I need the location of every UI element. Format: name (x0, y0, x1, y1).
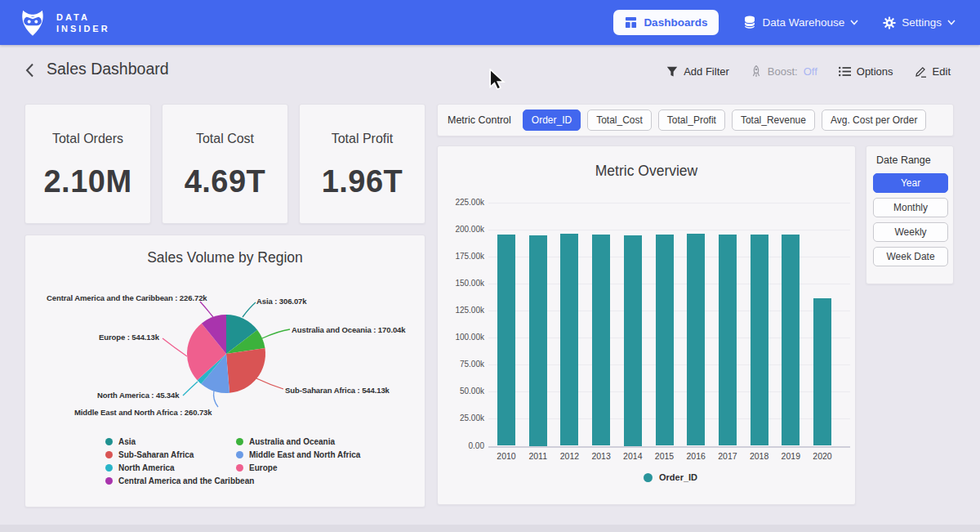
gridline (488, 203, 850, 203)
brand-line1: DATA (56, 11, 110, 23)
page-header: Sales Dashboard Add Filter Boost: Off (0, 45, 980, 98)
y-tick-label: 125.00k (438, 306, 484, 315)
bar-chart-title: Metric Overview (438, 163, 855, 180)
date-range-option-weekly[interactable]: Weekly (873, 222, 948, 242)
bar-2018[interactable] (751, 235, 768, 445)
data-warehouse-label: Data Warehouse (762, 16, 844, 29)
x-tick-label: 2018 (742, 451, 777, 461)
legend-dot (105, 438, 113, 445)
pie-slice-label: Central America and the Caribbean : 226.… (47, 293, 207, 302)
y-tick-label: 0.00 (438, 441, 484, 450)
gear-icon (883, 16, 896, 29)
options-list-icon (839, 66, 851, 77)
pie-legend-column: AsiaSub-Saharan AfricaNorth AmericaCentr… (105, 437, 254, 485)
legend-dot (236, 464, 243, 472)
pie-leader-line (183, 382, 198, 396)
edit-button[interactable]: Edit (915, 65, 951, 78)
chevron-down-icon (850, 20, 858, 25)
metric-option-total-profit[interactable]: Total_Profit (658, 110, 725, 131)
legend-label: Europe (249, 463, 277, 472)
legend-item-north-america[interactable]: North America (105, 463, 254, 472)
bar-chart-legend[interactable]: Order_ID (491, 472, 850, 482)
legend-dot (236, 451, 243, 458)
kpi-value: 1.96T (300, 164, 425, 199)
pie-leader-line (256, 378, 283, 389)
date-range-panel: Date Range YearMonthlyWeeklyWeek Date (866, 145, 954, 284)
legend-dot (105, 464, 113, 472)
pie-slice-label: Australia and Oceania : 170.04k (292, 325, 405, 334)
pie-leader-line (163, 338, 187, 356)
metric-option-total-revenue[interactable]: Total_Revenue (732, 110, 815, 131)
database-icon (743, 16, 756, 29)
bar-2016[interactable] (687, 234, 705, 445)
bar-2014[interactable] (624, 235, 642, 446)
app-frame: DATA INSIDER Dashboards (0, 0, 980, 532)
dashboards-label: Dashboards (644, 16, 707, 29)
legend-label: Australia and Oceania (249, 437, 335, 446)
x-tick-label: 2011 (521, 451, 555, 461)
metric-option-total-cost[interactable]: Total_Cost (587, 110, 652, 131)
bar-2019[interactable] (782, 235, 800, 445)
back-button[interactable] (21, 63, 38, 79)
settings-menu[interactable]: Settings (883, 16, 956, 29)
bar-2011[interactable] (529, 235, 547, 446)
add-filter-button[interactable]: Add Filter (666, 65, 729, 78)
kpi-card-total-cost: Total Cost 4.69T (162, 104, 288, 224)
x-tick-label: 2014 (616, 451, 650, 461)
bar-2012[interactable] (560, 234, 578, 445)
chevron-down-icon (947, 20, 956, 25)
pie-leader-line (200, 302, 213, 317)
legend-item-middle-east-and-north-africa[interactable]: Middle East and North Africa (236, 450, 360, 459)
x-tick-label: 2012 (552, 451, 586, 461)
dashboards-button[interactable]: Dashboards (613, 10, 719, 35)
y-tick-label: 200.00k (438, 225, 484, 234)
date-range-option-year[interactable]: Year (873, 173, 948, 193)
legend-label: Sub-Saharan Africa (118, 450, 194, 459)
metric-option-order-id[interactable]: Order_ID (523, 110, 581, 131)
date-range-option-monthly[interactable]: Monthly (873, 198, 948, 217)
y-tick-label: 100.00k (438, 333, 484, 342)
pie-slice-label: Middle East and North Africa : 260.73k (74, 408, 212, 417)
legend-item-asia[interactable]: Asia (105, 437, 254, 446)
top-navbar: DATA INSIDER Dashboards (0, 0, 980, 45)
kpi-card-total-orders: Total Orders 2.10M (24, 104, 151, 224)
settings-label: Settings (902, 16, 942, 29)
legend-dot (105, 477, 113, 485)
pie-chart-card: Sales Volume by Region Central America a… (24, 235, 425, 507)
legend-item-sub-saharan-africa[interactable]: Sub-Saharan Africa (105, 450, 254, 459)
y-tick-label: 150.00k (438, 279, 484, 288)
date-range-option-week-date[interactable]: Week Date (873, 247, 948, 266)
legend-label: Middle East and North Africa (249, 450, 360, 459)
kpi-label: Total Cost (163, 132, 287, 146)
options-button[interactable]: Options (839, 65, 893, 78)
pie-legend-column: Australia and OceaniaMiddle East and Nor… (236, 437, 360, 472)
y-tick-label: 175.00k (438, 252, 484, 261)
metric-option-avg-cost-per-order[interactable]: Avg. Cost per Order (822, 110, 927, 131)
legend-item-australia-and-oceania[interactable]: Australia and Oceania (236, 437, 360, 446)
x-tick-label: 2020 (805, 451, 840, 461)
x-axis-line (488, 446, 850, 448)
data-warehouse-menu[interactable]: Data Warehouse (743, 16, 858, 29)
x-tick-label: 2015 (648, 451, 682, 461)
add-filter-label: Add Filter (684, 65, 729, 78)
pie-slice-sub-saharan-africa[interactable] (226, 348, 265, 393)
legend-item-central-america-and-the-caribbean[interactable]: Central America and the Caribbean (105, 476, 254, 485)
metric-control-bar: Metric Control Order_IDTotal_CostTotal_P… (437, 104, 954, 136)
bar-2015[interactable] (656, 235, 674, 445)
bar-2013[interactable] (592, 235, 610, 445)
kpi-label: Total Orders (25, 132, 150, 146)
bar-2010[interactable] (497, 235, 515, 445)
pie-chart-title: Sales Volume by Region (25, 249, 425, 266)
legend-label: Asia (118, 437, 136, 446)
bar-2017[interactable] (719, 235, 737, 445)
gridline (488, 230, 850, 230)
pie-leader-line (243, 302, 256, 317)
date-range-label: Date Range (876, 154, 947, 166)
bar-2020[interactable] (813, 298, 831, 446)
legend-item-europe[interactable]: Europe (236, 463, 360, 472)
boost-toggle[interactable]: Boost: Off (751, 65, 817, 78)
x-tick-label: 2017 (710, 451, 745, 461)
pie-leader-line (262, 329, 290, 338)
bar-legend-label: Order_ID (659, 472, 697, 482)
kpi-value: 2.10M (25, 164, 150, 199)
